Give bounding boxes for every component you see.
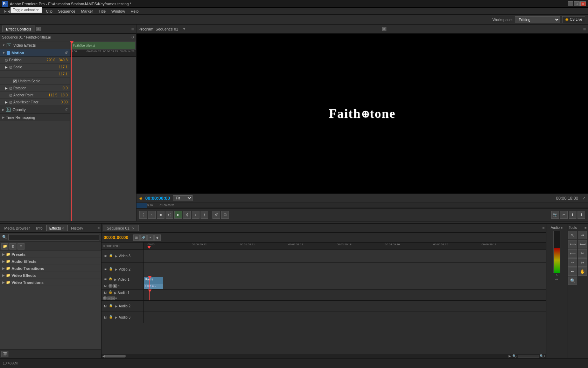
new-custom-bin[interactable]: 📁 [1, 243, 8, 250]
lock-v3[interactable]: 🔒 [109, 254, 114, 259]
opacity-reset[interactable]: ↺ [65, 108, 68, 111]
close-button[interactable]: ✕ [580, 1, 586, 6]
program-monitor-menu[interactable]: ≡ [583, 26, 586, 32]
motion-header[interactable]: ▼ Motion ↺ [0, 49, 70, 57]
effects-tab-close[interactable]: ✕ [62, 227, 64, 230]
tools-menu[interactable]: ≡ [584, 226, 587, 230]
scroll-left-btn[interactable]: ◀ [102, 354, 105, 358]
effects-search-input[interactable] [8, 234, 99, 240]
btn-next-frame[interactable]: › [192, 211, 200, 219]
tree-item-video-effects[interactable]: ▶ 📁 Video Effects [0, 272, 101, 279]
tool-rolling-edit[interactable]: ⟻ [578, 240, 587, 248]
menu-help[interactable]: Help [128, 8, 141, 14]
uniform-scale-checkbox[interactable] [13, 80, 17, 83]
delete-custom-bin[interactable]: 🗑 [9, 243, 16, 250]
af-anim-btn[interactable]: ◎ [9, 100, 12, 104]
tl-addtrack[interactable]: + [147, 234, 154, 241]
program-monitor-dropdown[interactable]: ▼ [182, 27, 186, 31]
menu-window[interactable]: Window [108, 8, 128, 14]
tl-link[interactable]: 🔗 [140, 234, 147, 241]
tree-item-presets[interactable]: ▶ 📁 Presets [0, 251, 101, 258]
track-audio2-content[interactable] [144, 301, 546, 312]
af-chevron[interactable]: ▶ [5, 100, 8, 104]
position-y[interactable]: 340.8 [59, 58, 68, 62]
workspace-dropdown[interactable]: Editing Color Correction Audio [515, 16, 560, 23]
timecode-current[interactable]: 00:00:00:00 [145, 196, 170, 201]
lock-v2[interactable]: 🔒 [109, 267, 114, 272]
menu-edit[interactable]: Edit [13, 8, 26, 14]
tab-history[interactable]: History [68, 225, 86, 231]
reset-icon[interactable]: ↺ [131, 35, 134, 39]
tl-snap[interactable]: ⊞ [133, 234, 140, 241]
menu-clip[interactable]: Clip [43, 8, 55, 14]
zoom-slider[interactable] [518, 355, 539, 357]
time-remapping-header[interactable]: ▶ Time Remapping [0, 114, 70, 121]
tool-slide[interactable]: ⇔ [578, 258, 587, 267]
lock-a2[interactable]: 🔒 [109, 304, 114, 309]
scale-value[interactable]: 117.1 [59, 65, 68, 69]
tool-zoom[interactable]: 🔍 [568, 277, 577, 285]
anchor-anim-btn[interactable]: ◎ [9, 93, 12, 97]
a1-arrow[interactable]: ▶ [114, 291, 117, 295]
tool-razor[interactable]: ✂ [578, 249, 587, 258]
zoom-out-icon[interactable]: 🔍- [512, 354, 517, 358]
lock-a1[interactable]: 🔒 [108, 290, 113, 295]
list-view[interactable]: ≡ [18, 243, 24, 250]
track-video2-content[interactable] [144, 263, 546, 276]
vis-v2[interactable]: 👁 [103, 267, 108, 272]
antiflicker-value[interactable]: 0.00 [61, 100, 68, 104]
video-effects-header[interactable]: ▼ fx Video Effects [0, 41, 70, 49]
btn-extract[interactable]: ⬇ [578, 211, 585, 219]
tool-select[interactable]: ↖ [568, 231, 577, 239]
tab-effect-controls[interactable]: Effect Controls [2, 26, 35, 32]
tree-item-audio-effects[interactable]: ▶ 📁 Audio Effects [0, 258, 101, 265]
tree-item-video-transitions[interactable]: ▶ 📁 Video Transitions [0, 279, 101, 286]
btn-to-start[interactable]: ⟨ [139, 211, 147, 219]
tool-hand[interactable]: ✋ [578, 267, 587, 276]
a1-knob[interactable] [103, 296, 107, 300]
v2-arrow[interactable]: ▶ [115, 267, 118, 271]
zoom-in-icon[interactable]: 🔍+ [540, 354, 545, 358]
scroll-right-btn[interactable]: ▶ [509, 354, 511, 358]
anchor-y[interactable]: 18.0 [61, 93, 68, 97]
vis-a1[interactable]: M [103, 290, 108, 295]
effect-controls-close[interactable]: ✕ [36, 27, 41, 31]
tool-rate-stretch[interactable]: ⟸ [568, 249, 577, 258]
v1-extra-btn1[interactable]: M [103, 284, 108, 288]
minimize-button[interactable]: ─ [568, 1, 573, 6]
pos-anim-btn[interactable]: ◎ [5, 58, 8, 62]
tab-effects[interactable]: Effects✕ [46, 225, 68, 231]
sequence-tab-close[interactable]: ✕ [132, 227, 135, 230]
maximize-button[interactable]: □ [574, 1, 580, 6]
fit-dropdown[interactable]: Fit 25% 50% 100% [173, 195, 192, 201]
tab-info[interactable]: Info [33, 225, 45, 231]
anchor-x[interactable]: 112.5 [49, 93, 57, 97]
scale-chevron[interactable]: ▶ [5, 65, 8, 69]
a2-arrow[interactable]: ▶ [115, 304, 118, 308]
vis-a3[interactable]: M [103, 315, 108, 320]
tool-pen[interactable]: ✒ [568, 267, 577, 276]
timeline-scrollbar-h[interactable]: ◀ ▶ 🔍- 🔍+ [102, 354, 546, 358]
sequence-tab[interactable]: Sequence 01 ✕ [103, 225, 139, 231]
v3-arrow[interactable]: ▶ [115, 254, 118, 258]
scale-anim-btn[interactable]: ◎ [9, 65, 12, 69]
menu-marker[interactable]: Marker [78, 8, 96, 14]
track-video1-content[interactable]: Faith( Faith S... [144, 276, 546, 289]
scrollbar-thumb[interactable] [105, 355, 126, 357]
btn-trim[interactable]: ✂ [560, 211, 568, 219]
vis-v3[interactable]: 👁 [103, 254, 108, 259]
tool-ripple-edit[interactable]: ⟺ [568, 240, 577, 248]
expand-button[interactable]: ⤢ [582, 196, 585, 200]
cs-live-button[interactable]: ◉ CS Live [562, 16, 585, 23]
v1-arrow[interactable]: ▶ [114, 278, 117, 281]
menu-file[interactable]: File [1, 8, 13, 14]
motion-reset[interactable]: ↺ [65, 51, 68, 55]
tool-slip[interactable]: ↔ [568, 258, 577, 267]
vis-v1[interactable]: 👁 [103, 277, 108, 282]
btn-to-end[interactable]: ⟩ [201, 211, 208, 219]
timeline-menu[interactable]: ≡ [542, 226, 545, 230]
effects-bottom-icon[interactable]: 🎬 [1, 351, 8, 357]
rot-chevron[interactable]: ▶ [5, 86, 8, 90]
program-monitor-close[interactable]: ✕ [382, 27, 386, 31]
vis-a2[interactable]: M [103, 304, 108, 309]
